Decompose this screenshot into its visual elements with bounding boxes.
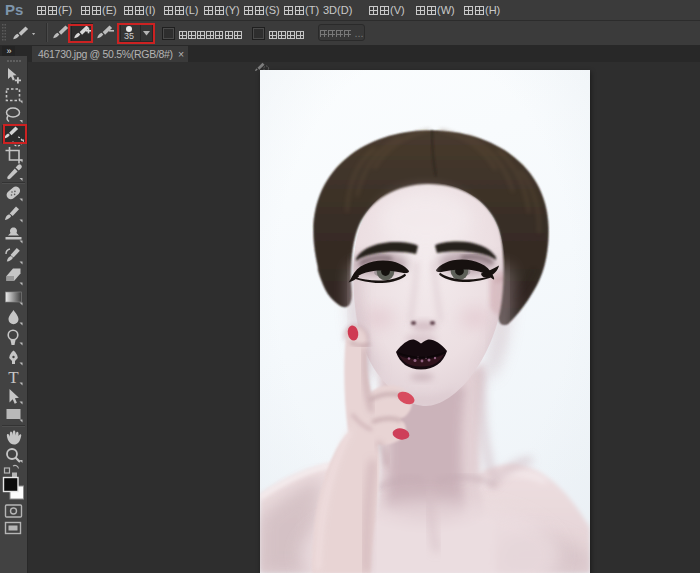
svg-text:T: T (8, 368, 19, 387)
